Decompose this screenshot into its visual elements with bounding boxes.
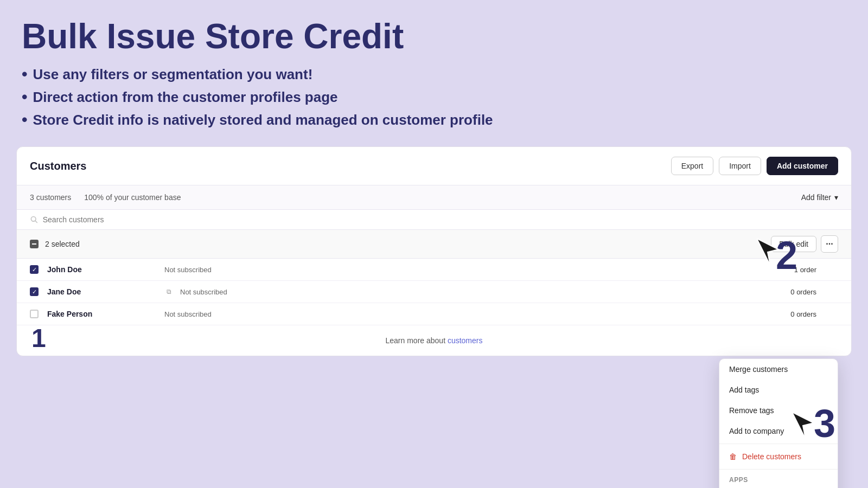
add-tags-label: Add tags [729,386,759,394]
dropdown-divider-2 [719,469,838,470]
apps-section-label: Apps [719,472,838,486]
search-bar [17,210,851,230]
more-actions-button[interactable]: ··· [821,235,838,253]
subscription-status-2: Not subscribed [180,288,754,296]
customer-percent: 100% of your customer base [84,193,181,202]
table-row: John Doe Not subscribed 1 order [17,259,851,281]
hero-bullets: Use any filters or segmentation you want… [22,65,846,129]
copy-icon[interactable]: ⧉ [167,288,171,296]
dropdown-item-delete[interactable]: 🗑 Delete customers [719,446,838,467]
selected-count: 2 selected [45,240,80,248]
svg-marker-3 [792,412,814,439]
panel-title: Customers [30,160,86,172]
delete-customers-label: Delete customers [742,452,801,461]
add-filter-button[interactable]: Add filter ▾ [801,193,838,202]
header-buttons: Export Import Add customer [671,157,838,175]
dropdown-item-merge[interactable]: Merge customers [719,359,838,380]
order-count-2: 0 orders [762,288,816,296]
order-count-3: 0 orders [762,310,816,318]
dropdown-item-add-tags[interactable]: Add tags [719,380,838,400]
subscription-status-3: Not subscribed [164,310,754,318]
page-title: Bulk Issue Store Credit [22,17,846,55]
delete-icon: 🗑 [729,452,737,461]
select-all-checkbox[interactable] [30,240,39,248]
customer-name-2: Jane Doe [47,287,156,296]
table-row: Jane Doe ⧉ Not subscribed 0 orders [17,281,851,303]
customers-link[interactable]: customers [448,336,483,345]
customers-panel: Customers Export Import Add customer 3 c… [16,146,852,356]
customer-name-3: Fake Person [47,310,156,318]
export-button[interactable]: Export [671,157,713,175]
search-icon [30,215,39,224]
remove-tags-label: Remove tags [729,406,774,415]
customer-checkbox-3[interactable] [30,310,39,318]
table-row: Fake Person Not subscribed 0 orders [17,303,851,325]
svg-marker-2 [757,239,778,266]
filter-bar: 3 customers 100% of your customer base A… [17,185,851,210]
cursor-arrow-2-icon [757,239,789,271]
hero-bullet-2: Direct action from the customer profiles… [22,88,846,106]
hero-bullet-1: Use any filters or segmentation you want… [22,65,846,84]
add-filter-label: Add filter [801,193,831,202]
search-input[interactable] [43,215,838,224]
cursor-arrow-3-icon [792,412,825,445]
panel-header: Customers Export Import Add customer [17,147,851,185]
svg-line-1 [35,221,37,223]
dropdown-item-store-credit[interactable]: Issue Store Credit [719,486,838,488]
customer-checkbox-2[interactable] [30,287,39,296]
merge-customers-label: Merge customers [729,365,788,374]
step-badge-1: 1 [31,323,46,353]
import-button[interactable]: Import [719,157,761,175]
subscription-status-1: Not subscribed [164,266,754,274]
search-input-wrap [30,215,838,224]
customer-count: 3 customers [30,193,71,202]
hero-section: Bulk Issue Store Credit Use any filters … [0,0,868,146]
add-customer-button[interactable]: Add customer [767,157,838,175]
bulk-bar: 2 selected Bulk edit ··· [17,230,851,259]
add-company-label: Add to company [729,427,784,435]
bulk-left: 2 selected [30,240,80,248]
footer: Learn more about customers [17,325,851,356]
customer-checkbox-1[interactable] [30,265,39,274]
customer-name-1: John Doe [47,265,156,274]
filter-info: 3 customers 100% of your customer base [30,193,181,202]
hero-bullet-3: Store Credit info is natively stored and… [22,111,846,129]
footer-text: Learn more about [386,336,448,345]
chevron-down-icon: ▾ [834,193,838,202]
